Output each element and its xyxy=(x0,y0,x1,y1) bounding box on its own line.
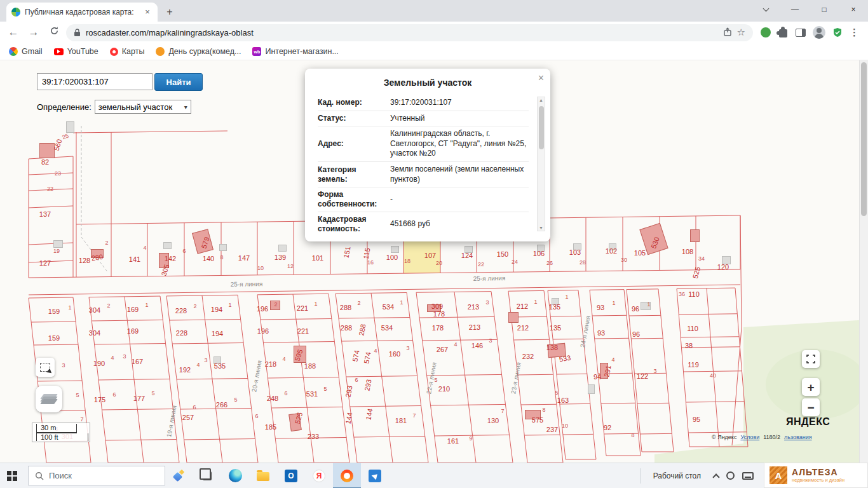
parcel-number[interactable]: 4 xyxy=(611,356,614,363)
parcel-number[interactable]: 2 xyxy=(357,300,360,306)
parcel-number[interactable]: 248 xyxy=(267,395,278,402)
parcel-number[interactable]: 110 xyxy=(687,325,698,332)
yandex-search-app-button[interactable]: Я xyxy=(305,463,333,488)
parcel-number[interactable]: 3 xyxy=(204,357,207,363)
parcel-number[interactable]: 210 xyxy=(438,385,450,393)
parcel-number[interactable]: 535 xyxy=(214,362,226,370)
parcel-number[interactable]: 8 xyxy=(631,432,634,438)
parcel-number[interactable]: 142 xyxy=(165,255,176,262)
parcel-number[interactable]: 96 xyxy=(632,305,639,313)
parcel-number[interactable]: 122 xyxy=(637,372,648,380)
parcel-number[interactable]: 1 xyxy=(314,301,317,307)
page-scroll-thumb[interactable] xyxy=(861,62,867,216)
parcel-number[interactable]: 138 xyxy=(546,344,558,351)
parcel-number[interactable]: 105 xyxy=(634,249,646,257)
tab-search-chevron-icon[interactable] xyxy=(751,0,780,19)
building[interactable] xyxy=(588,384,595,394)
parcel-number[interactable]: 280 xyxy=(91,253,104,262)
parcel-number[interactable]: 3 xyxy=(489,337,492,344)
parcel-number[interactable]: 141 xyxy=(129,255,140,263)
parcel-number[interactable]: 10 xyxy=(257,265,264,271)
parcel-number[interactable]: 1 xyxy=(534,299,537,305)
parcel-number[interactable]: 150 xyxy=(497,250,508,258)
parcel-number[interactable]: 192 xyxy=(179,366,191,374)
zoom-out-button[interactable]: − xyxy=(802,398,820,416)
parcel-number[interactable]: 24 xyxy=(512,259,518,265)
parcel-number[interactable]: 3 xyxy=(406,345,409,351)
parcel-number[interactable]: 26 xyxy=(546,260,553,266)
parcel-number[interactable]: 6 xyxy=(112,391,116,398)
parcel-number[interactable]: 190 xyxy=(93,360,105,367)
terms-link-2[interactable]: льзования xyxy=(784,434,812,440)
parcel-number[interactable]: 146 xyxy=(471,342,483,349)
yandex-logo[interactable]: ЯНДЕКС xyxy=(786,416,830,428)
parcel-number[interactable]: 135 xyxy=(549,303,560,311)
parcel-number[interactable]: 128 xyxy=(79,257,90,264)
bookmark-movie[interactable]: День сурка(комед... xyxy=(156,47,241,56)
parcel-number[interactable]: 1 xyxy=(145,302,148,308)
forward-button[interactable]: → xyxy=(25,26,42,39)
parcel-number[interactable]: 169 xyxy=(127,327,139,335)
window-maximize-button[interactable]: □ xyxy=(810,0,839,19)
parcel-number[interactable]: 95 xyxy=(693,416,700,423)
parcel-number[interactable]: 185 xyxy=(265,423,276,431)
parcel-number[interactable]: 4 xyxy=(196,362,200,368)
parcel-number[interactable]: 101 xyxy=(312,254,323,262)
parcel-number[interactable]: 93 xyxy=(597,304,604,311)
parcel-number[interactable]: 6 xyxy=(255,413,258,419)
parcel-number[interactable]: 159 xyxy=(48,334,60,342)
parcel-number[interactable]: 102 xyxy=(606,247,617,255)
parcel-number[interactable]: 4 xyxy=(143,245,146,251)
window-close-button[interactable]: × xyxy=(839,0,868,19)
parcel-number[interactable]: 5 xyxy=(234,396,237,403)
object-type-select[interactable]: земельный участок ▾ xyxy=(95,100,191,114)
popup-scrollbar[interactable]: ▲ ▼ xyxy=(537,97,545,231)
parcel-number[interactable]: 228 xyxy=(175,307,187,315)
parcel-number[interactable]: 135 xyxy=(550,324,561,332)
parcel-number[interactable]: 163 xyxy=(557,396,569,404)
new-tab-button[interactable]: + xyxy=(161,4,178,20)
parcel-number[interactable]: 267 xyxy=(437,346,448,353)
parcel-number[interactable]: 178 xyxy=(432,324,444,332)
page-scrollbar[interactable] xyxy=(859,60,868,463)
tab-close-icon[interactable]: × xyxy=(142,7,153,17)
parcel-number[interactable]: 94 xyxy=(593,373,601,381)
bookmark-shop[interactable]: wbИнтернет-магазин... xyxy=(252,47,338,56)
parcel-number[interactable]: 28 xyxy=(580,259,586,266)
parcel-number[interactable]: 140 xyxy=(203,255,214,262)
bookmark-maps[interactable]: Карты xyxy=(110,47,145,56)
altesa-panel[interactable]: А АЛЬТЕЗА недвижимость и дизайн xyxy=(764,463,868,488)
parcel-number[interactable]: 20 xyxy=(436,260,442,266)
parcel-number[interactable]: 194 xyxy=(211,306,222,313)
parcel-number[interactable]: 178 xyxy=(433,310,445,318)
parcel-number[interactable]: 1 xyxy=(228,302,231,308)
parcel-number[interactable]: 38 xyxy=(685,342,693,349)
building[interactable] xyxy=(219,244,227,251)
building[interactable] xyxy=(508,312,519,323)
parcel-number[interactable]: 16 xyxy=(367,259,374,266)
parcel-number[interactable]: 160 xyxy=(389,350,400,358)
parcel-number[interactable]: 127 xyxy=(39,259,51,267)
parcel-number[interactable]: 96 xyxy=(632,330,640,338)
parcel-number[interactable]: 7 xyxy=(80,416,83,423)
terms-link[interactable]: Услови xyxy=(740,434,759,440)
parcel-number[interactable]: 7 xyxy=(412,412,416,419)
parcel-number[interactable]: 233 xyxy=(308,433,319,440)
parcel-number[interactable]: 1 xyxy=(647,301,650,308)
extensions-puzzle-icon[interactable] xyxy=(779,29,787,37)
parcel-number[interactable]: 1 xyxy=(68,304,71,311)
building[interactable] xyxy=(391,246,399,253)
parcel-number[interactable]: 169 xyxy=(127,306,139,313)
parcel-number[interactable]: 6 xyxy=(182,248,186,254)
parcel-number[interactable]: 8 xyxy=(542,407,545,413)
tray-circle-icon[interactable] xyxy=(726,471,735,480)
zoom-in-button[interactable]: + xyxy=(802,378,820,396)
parcel-number[interactable]: 534 xyxy=(381,324,393,332)
parcel-number[interactable]: 175 xyxy=(94,396,105,403)
parcel-number[interactable]: 6 xyxy=(355,377,358,383)
parcel-number[interactable]: 100 xyxy=(386,254,398,261)
yandex-browser-app-button[interactable] xyxy=(333,463,361,488)
start-button[interactable] xyxy=(0,463,28,488)
parcel-number[interactable]: 4 xyxy=(454,341,457,348)
building[interactable] xyxy=(163,242,172,249)
